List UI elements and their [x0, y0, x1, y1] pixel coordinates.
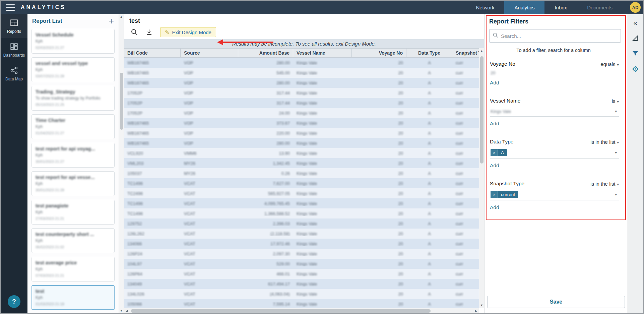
table-row[interactable]: TC2496VCAT565,927.05Kings Vale20Acurr [124, 188, 479, 198]
search-icon[interactable] [131, 28, 138, 36]
table-row[interactable]: 105037MY260.26Kings Vale20Acurr [124, 168, 479, 178]
cell-value: 20 [398, 151, 403, 156]
table-row[interactable]: VML203MY261,342.45Kings Vale20Acurr [124, 158, 479, 168]
scroll-down-icon[interactable]: ▼ [119, 308, 124, 313]
table-row[interactable]: 134049VCAT617,494.17Kings Vale20Acurr [124, 279, 479, 289]
filter-chip[interactable]: ×current [491, 191, 518, 198]
settings-gear-icon[interactable]: ⚙ [631, 64, 640, 74]
table-cell: VCAT [181, 211, 238, 216]
report-card-title: test counterparty short ... [36, 232, 111, 237]
column-header[interactable]: Amount Base [238, 49, 293, 57]
table-horizontal-scrollbar[interactable]: ◀ ▶ [124, 308, 479, 313]
table-row[interactable]: 104L97VCAT529.00Kings Vale20Acurr [124, 259, 479, 269]
report-card[interactable]: test report for api vesse...Kph30/01/202… [31, 171, 115, 196]
sidebar-item-data-map[interactable]: Data Map [1, 62, 27, 85]
hamburger-menu-icon[interactable] [6, 4, 15, 11]
table-row[interactable]: WB167465VOP280.00Kings Vale20Acurr [124, 138, 479, 148]
chip-remove-icon[interactable]: × [491, 191, 498, 198]
table-row[interactable]: WB167465VOP220.00Kings Vale20Acurr [124, 128, 479, 138]
nav-item-analytics[interactable]: Analytics [504, 1, 544, 14]
report-card[interactable]: testKph01/03/2023 21:18 [31, 285, 115, 310]
filter-value-dropdown[interactable]: ×A▾ [490, 148, 619, 159]
report-list-scrollbar[interactable]: ▲ ▼ [119, 14, 124, 313]
table-row[interactable]: 17052PVOP317.44Kings Vale20Acurr [124, 88, 479, 98]
table-row[interactable]: WB167465VOP545.00Kings Vale20Acurr [124, 68, 479, 78]
column-header[interactable]: Voyage No [352, 49, 406, 57]
cell-value: VCAT [184, 241, 195, 246]
filter-add-link[interactable]: Add [490, 204, 499, 210]
filter-add-link[interactable]: Add [490, 121, 499, 127]
filter-icon[interactable] [631, 49, 640, 58]
table-row[interactable]: 126L262VCAT(2,118.58)Kings Vale20Acurr [124, 229, 479, 239]
filter-operator-dropdown[interactable]: is in the list▾ [590, 181, 619, 187]
table-row[interactable]: WB167465VOP280.00Kings Vale20Acurr [124, 58, 479, 68]
report-card[interactable]: Vessel ScheduleKph02/03/2023 21:27 [31, 29, 115, 54]
scroll-right-icon[interactable]: ▶ [473, 308, 479, 313]
help-button[interactable]: ? [8, 295, 20, 308]
scrollbar-thumb[interactable] [480, 56, 484, 164]
filter-value-input[interactable]: 20 [490, 70, 619, 76]
scroll-up-icon[interactable]: ▲ [119, 14, 124, 19]
report-card[interactable]: Time CharterKph01/04/2023 21:27 [31, 114, 115, 139]
table-row[interactable]: 126P64VCAT466.01Kings Vale20Acurr [124, 269, 479, 279]
scrollbar-thumb[interactable] [120, 73, 123, 130]
scroll-down-icon[interactable]: ▼ [479, 303, 484, 308]
filter-add-link[interactable]: Add [490, 163, 499, 169]
table-row[interactable]: TC1496VCAT4,099,765.45Kings Vale20Acurr [124, 198, 479, 208]
column-header[interactable]: Source [181, 49, 238, 57]
table-row[interactable]: 134066VCAT17,972.46Kings Vale20Acurr [124, 239, 479, 249]
table-row[interactable]: 17052PVOP24.00Kings Vale20Acurr [124, 108, 479, 118]
column-header[interactable]: Snapshot Type [452, 49, 479, 57]
column-header[interactable]: Bill Code [124, 49, 181, 57]
filter-search-input[interactable] [501, 33, 617, 39]
nav-item-documents[interactable]: Documents [577, 1, 623, 14]
column-header[interactable]: Data Type [406, 49, 452, 57]
cell-value: VCAT [184, 261, 195, 266]
collapse-panel-icon[interactable]: « [631, 18, 640, 27]
report-card[interactable]: test panagioteKph27/03/2023 21:21 [31, 200, 115, 225]
table-row[interactable]: WB167465VOP373.67Kings Vale20Acurr [124, 118, 479, 128]
table-row[interactable]: VCL920VMM613.90Kings Vale20Acurr [124, 148, 479, 158]
filter-value-dropdown[interactable]: ×current▾ [490, 190, 619, 200]
table-row[interactable]: 129752VCAT2,396.03Kings Vale20Acurr [124, 218, 479, 229]
filter-operator-dropdown[interactable]: is▾ [612, 98, 619, 104]
table-row[interactable]: 134L026VCAT(4,063.04)Kings Vale20Acurr [124, 289, 479, 299]
add-report-button[interactable]: + [109, 18, 114, 24]
nav-item-network[interactable]: Network [466, 1, 504, 14]
report-card[interactable]: test report for api voyag...Kph30/01/202… [31, 143, 115, 168]
scroll-up-icon[interactable]: ▲ [479, 48, 484, 54]
report-card[interactable]: Trading_StrategyTo show trading strategy… [31, 86, 115, 111]
table-row[interactable]: TC1496VCAT7,627.00Kings Vale20Acurr [124, 178, 479, 188]
cell-value: 20 [398, 221, 403, 226]
download-icon[interactable] [145, 28, 153, 36]
filter-operator-dropdown[interactable]: equals▾ [600, 61, 619, 67]
report-card[interactable]: vessel and vessel typeKph03/07/2023 21:2… [31, 57, 115, 82]
filter-chip[interactable]: ×A [491, 149, 507, 156]
filter-operator-dropdown[interactable]: is in the list▾ [590, 139, 619, 145]
chip-remove-icon[interactable]: × [491, 149, 498, 156]
scrollbar-thumb[interactable] [131, 309, 431, 313]
table-row[interactable]: TC1496VCAT1,366,588.52Kings Vale20Acurr [124, 208, 479, 218]
avatar[interactable]: AD [630, 2, 641, 13]
filter-add-link[interactable]: Add [490, 80, 499, 86]
sidebar-item-dashboards[interactable]: Dashboards [1, 38, 27, 62]
design-tools-icon[interactable] [631, 34, 640, 43]
filter-value-dropdown[interactable]: Kings Vale▾ [490, 107, 619, 117]
report-card[interactable]: test average priceKph07/03/2023 21:21 [31, 257, 115, 281]
table-row[interactable]: 126P24VCAT2,097.30Kings Vale20Acurr [124, 249, 479, 259]
save-button[interactable]: Save [487, 296, 625, 308]
table-row[interactable]: 105066VCAT7,595.14Kings Vale20Acurr [124, 299, 479, 308]
column-header[interactable]: Vessel Name [293, 49, 352, 57]
cell-value: A [428, 271, 431, 276]
table-vertical-scrollbar[interactable]: ▲ ▼ [479, 48, 484, 308]
table-row[interactable]: WB167465VOP280.00Kings Vale20Acurr [124, 78, 479, 88]
table-row[interactable]: 17052PVOP317.44Kings Vale20Acurr [124, 98, 479, 108]
exit-design-mode-button[interactable]: ✎ Exit Design Mode [160, 27, 216, 37]
cell-value: 126L262 [127, 231, 144, 236]
sidebar-item-reports[interactable]: Reports [1, 14, 27, 38]
nav-item-inbox[interactable]: Inbox [544, 1, 577, 14]
report-card[interactable]: test counterparty short ...Kph06/02/2023… [31, 228, 115, 253]
cell-value: Kings Vale [297, 131, 317, 136]
cell-value: A [428, 171, 431, 176]
scroll-left-icon[interactable]: ◀ [124, 308, 129, 313]
